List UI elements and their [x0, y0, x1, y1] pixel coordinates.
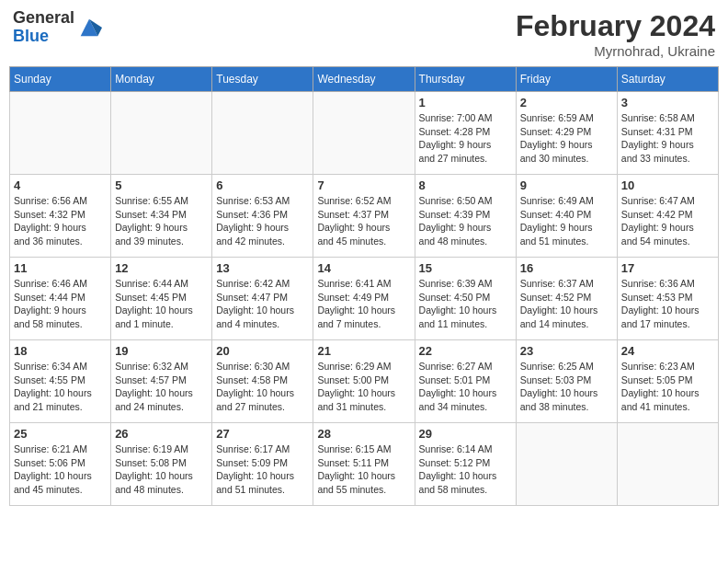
day-info: Sunrise: 6:59 AMSunset: 4:29 PMDaylight:… — [520, 111, 613, 166]
day-number: 11 — [14, 261, 107, 275]
day-info: Sunrise: 6:46 AMSunset: 4:44 PMDaylight:… — [14, 277, 107, 331]
day-info: Sunrise: 6:39 AMSunset: 4:50 PMDaylight:… — [419, 277, 512, 331]
day-info: Sunrise: 6:17 AMSunset: 5:09 PMDaylight:… — [216, 442, 309, 497]
day-number: 20 — [216, 344, 309, 358]
day-info: Sunrise: 6:34 AMSunset: 4:55 PMDaylight:… — [14, 360, 107, 414]
calendar-day-cell: 28Sunrise: 6:15 AMSunset: 5:11 PMDayligh… — [313, 423, 415, 506]
calendar-day-cell: 7Sunrise: 6:52 AMSunset: 4:37 PMDaylight… — [313, 175, 415, 258]
day-info: Sunrise: 6:15 AMSunset: 5:11 PMDaylight:… — [317, 442, 410, 497]
calendar-day-cell: 20Sunrise: 6:30 AMSunset: 4:58 PMDayligh… — [212, 340, 313, 423]
calendar-day-cell: 9Sunrise: 6:49 AMSunset: 4:40 PMDaylight… — [516, 175, 617, 258]
day-number: 4 — [14, 178, 107, 192]
day-number: 17 — [621, 261, 714, 275]
day-number: 13 — [216, 261, 309, 275]
calendar-day-cell: 8Sunrise: 6:50 AMSunset: 4:39 PMDaylight… — [415, 175, 516, 258]
calendar-day-cell: 27Sunrise: 6:17 AMSunset: 5:09 PMDayligh… — [212, 423, 313, 506]
day-number: 21 — [317, 344, 410, 358]
calendar-day-cell: 14Sunrise: 6:41 AMSunset: 4:49 PMDayligh… — [313, 258, 415, 340]
day-number: 23 — [520, 344, 613, 358]
logo-blue-text: Blue — [13, 28, 74, 46]
calendar-day-cell: 17Sunrise: 6:36 AMSunset: 4:53 PMDayligh… — [617, 258, 718, 340]
day-of-week-header: Monday — [111, 67, 212, 92]
calendar-day-cell: 11Sunrise: 6:46 AMSunset: 4:44 PMDayligh… — [10, 258, 111, 340]
calendar-week-row: 1Sunrise: 7:00 AMSunset: 4:28 PMDaylight… — [10, 92, 719, 175]
day-info: Sunrise: 6:29 AMSunset: 5:00 PMDaylight:… — [317, 360, 410, 414]
day-info: Sunrise: 6:21 AMSunset: 5:06 PMDaylight:… — [14, 442, 107, 497]
day-info: Sunrise: 6:32 AMSunset: 4:57 PMDaylight:… — [115, 360, 208, 414]
day-number: 22 — [419, 344, 512, 358]
calendar-day-cell: 1Sunrise: 7:00 AMSunset: 4:28 PMDaylight… — [415, 92, 516, 175]
calendar-table: SundayMondayTuesdayWednesdayThursdayFrid… — [9, 66, 719, 506]
day-info: Sunrise: 6:23 AMSunset: 5:05 PMDaylight:… — [621, 360, 714, 414]
calendar-day-cell: 5Sunrise: 6:55 AMSunset: 4:34 PMDaylight… — [111, 175, 212, 258]
calendar-week-row: 4Sunrise: 6:56 AMSunset: 4:32 PMDaylight… — [10, 175, 719, 258]
calendar-day-cell — [212, 92, 313, 175]
day-number: 18 — [14, 344, 107, 358]
day-number: 6 — [216, 178, 309, 192]
day-number: 1 — [419, 96, 512, 109]
calendar-day-cell: 10Sunrise: 6:47 AMSunset: 4:42 PMDayligh… — [617, 175, 718, 258]
day-of-week-header: Tuesday — [212, 67, 313, 92]
calendar-day-cell: 15Sunrise: 6:39 AMSunset: 4:50 PMDayligh… — [415, 258, 516, 340]
calendar-day-cell: 22Sunrise: 6:27 AMSunset: 5:01 PMDayligh… — [415, 340, 516, 423]
calendar-day-cell — [617, 423, 718, 506]
day-info: Sunrise: 6:53 AMSunset: 4:36 PMDaylight:… — [216, 194, 309, 248]
day-of-week-header: Friday — [516, 67, 617, 92]
calendar-body: 1Sunrise: 7:00 AMSunset: 4:28 PMDaylight… — [10, 92, 719, 506]
day-number: 8 — [419, 178, 512, 192]
title-block: February 2024 Myrnohrad, Ukraine — [516, 9, 715, 59]
day-info: Sunrise: 6:47 AMSunset: 4:42 PMDaylight:… — [621, 194, 714, 248]
calendar-day-cell: 4Sunrise: 6:56 AMSunset: 4:32 PMDaylight… — [10, 175, 111, 258]
calendar-day-cell: 2Sunrise: 6:59 AMSunset: 4:29 PMDaylight… — [516, 92, 617, 175]
calendar-day-cell: 18Sunrise: 6:34 AMSunset: 4:55 PMDayligh… — [10, 340, 111, 423]
calendar-day-cell: 23Sunrise: 6:25 AMSunset: 5:03 PMDayligh… — [516, 340, 617, 423]
day-number: 3 — [621, 96, 714, 109]
day-number: 10 — [621, 178, 714, 192]
day-info: Sunrise: 6:14 AMSunset: 5:12 PMDaylight:… — [419, 442, 512, 497]
calendar-day-cell: 19Sunrise: 6:32 AMSunset: 4:57 PMDayligh… — [111, 340, 212, 423]
day-info: Sunrise: 6:52 AMSunset: 4:37 PMDaylight:… — [317, 194, 410, 248]
days-of-week-row: SundayMondayTuesdayWednesdayThursdayFrid… — [10, 67, 719, 92]
day-number: 12 — [115, 261, 208, 275]
day-number: 15 — [419, 261, 512, 275]
day-info: Sunrise: 6:30 AMSunset: 4:58 PMDaylight:… — [216, 360, 309, 414]
day-number: 24 — [621, 344, 714, 358]
day-number: 28 — [317, 427, 410, 441]
calendar-week-row: 11Sunrise: 6:46 AMSunset: 4:44 PMDayligh… — [10, 258, 719, 340]
calendar-header: SundayMondayTuesdayWednesdayThursdayFrid… — [10, 67, 719, 92]
logo-icon — [76, 15, 102, 40]
page-header: General Blue February 2024 Myrnohrad, Uk… — [9, 9, 719, 59]
day-info: Sunrise: 6:25 AMSunset: 5:03 PMDaylight:… — [520, 360, 613, 414]
calendar-day-cell: 16Sunrise: 6:37 AMSunset: 4:52 PMDayligh… — [516, 258, 617, 340]
day-number: 2 — [520, 96, 613, 109]
day-info: Sunrise: 6:36 AMSunset: 4:53 PMDaylight:… — [621, 277, 714, 331]
calendar-day-cell: 24Sunrise: 6:23 AMSunset: 5:05 PMDayligh… — [617, 340, 718, 423]
calendar-day-cell: 12Sunrise: 6:44 AMSunset: 4:45 PMDayligh… — [111, 258, 212, 340]
day-info: Sunrise: 7:00 AMSunset: 4:28 PMDaylight:… — [419, 111, 512, 166]
calendar-day-cell: 21Sunrise: 6:29 AMSunset: 5:00 PMDayligh… — [313, 340, 415, 423]
day-number: 14 — [317, 261, 410, 275]
day-of-week-header: Sunday — [10, 67, 111, 92]
day-info: Sunrise: 6:55 AMSunset: 4:34 PMDaylight:… — [115, 194, 208, 248]
logo: General Blue — [13, 9, 102, 46]
day-info: Sunrise: 6:49 AMSunset: 4:40 PMDaylight:… — [520, 194, 613, 248]
day-info: Sunrise: 6:41 AMSunset: 4:49 PMDaylight:… — [317, 277, 410, 331]
day-info: Sunrise: 6:42 AMSunset: 4:47 PMDaylight:… — [216, 277, 309, 331]
calendar-day-cell: 25Sunrise: 6:21 AMSunset: 5:06 PMDayligh… — [10, 423, 111, 506]
logo-general-text: General — [13, 9, 74, 28]
day-number: 9 — [520, 178, 613, 192]
calendar-day-cell: 13Sunrise: 6:42 AMSunset: 4:47 PMDayligh… — [212, 258, 313, 340]
day-number: 25 — [14, 427, 107, 441]
day-number: 5 — [115, 178, 208, 192]
calendar-week-row: 25Sunrise: 6:21 AMSunset: 5:06 PMDayligh… — [10, 423, 719, 506]
day-of-week-header: Thursday — [415, 67, 516, 92]
day-info: Sunrise: 6:56 AMSunset: 4:32 PMDaylight:… — [14, 194, 107, 248]
month-year-title: February 2024 — [516, 9, 715, 43]
calendar-day-cell — [10, 92, 111, 175]
day-of-week-header: Saturday — [617, 67, 718, 92]
day-number: 26 — [115, 427, 208, 441]
day-of-week-header: Wednesday — [313, 67, 415, 92]
day-info: Sunrise: 6:37 AMSunset: 4:52 PMDaylight:… — [520, 277, 613, 331]
day-info: Sunrise: 6:27 AMSunset: 5:01 PMDaylight:… — [419, 360, 512, 414]
calendar-day-cell — [111, 92, 212, 175]
